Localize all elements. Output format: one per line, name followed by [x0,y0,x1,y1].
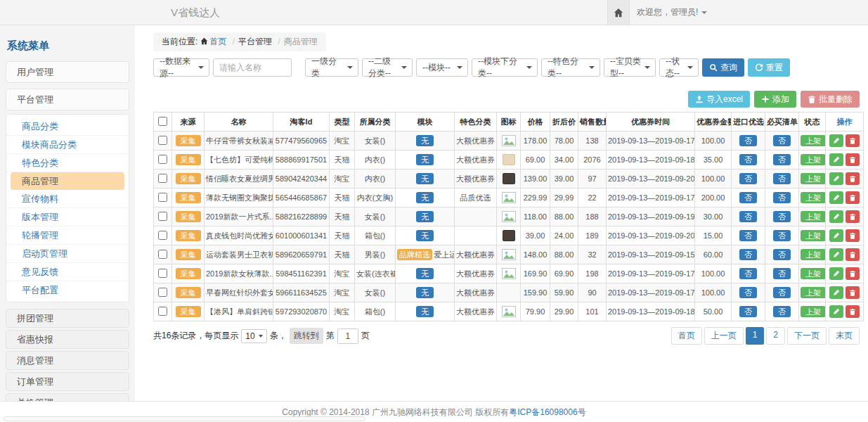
delete-button[interactable] [846,134,860,147]
page-2-button[interactable]: 2 [766,327,785,345]
must-buy-toggle[interactable]: 否 [773,306,791,317]
filter-category1-select[interactable]: 一级分类 [305,58,358,77]
must-buy-toggle[interactable]: 否 [773,230,791,241]
sidebar-item-exchange-mgmt[interactable]: 兑换管理 [6,393,129,401]
import-select-toggle[interactable]: 否 [739,211,757,222]
first-page-button[interactable]: 首页 [671,327,702,345]
edit-button[interactable] [829,229,843,242]
import-select-toggle[interactable]: 否 [739,135,757,146]
jump-button[interactable]: 跳转到 [290,328,323,344]
row-checkbox[interactable] [158,250,167,259]
icp-link[interactable]: 粤ICP备16098006号 [509,407,585,417]
name-search-input[interactable] [213,58,292,77]
must-buy-toggle[interactable]: 否 [773,287,791,298]
must-buy-toggle[interactable]: 否 [773,249,791,260]
search-button[interactable]: 查询 [702,58,744,77]
row-checkbox[interactable] [158,174,167,183]
status-badge[interactable]: 上架 [801,230,826,241]
edit-button[interactable] [829,248,843,261]
delete-button[interactable] [846,210,860,223]
sidebar-item-goods-category[interactable]: 商品分类 [6,117,129,136]
edit-button[interactable] [829,153,843,166]
status-badge[interactable]: 上架 [801,268,826,279]
page-number-input[interactable] [337,328,358,344]
last-page-button[interactable]: 末页 [829,327,860,345]
delete-button[interactable] [846,172,860,185]
filter-item-type-select[interactable]: --宝贝类型-- [604,58,656,77]
edit-button[interactable] [829,305,843,318]
status-badge[interactable]: 上架 [801,192,826,203]
edit-button[interactable] [829,267,843,280]
import-select-toggle[interactable]: 否 [739,173,757,184]
status-badge[interactable]: 上架 [801,154,826,165]
row-checkbox[interactable] [158,269,167,278]
sidebar-item-message-mgmt[interactable]: 消息管理 [6,351,129,370]
filter-category2-select[interactable]: --二级分类-- [362,58,413,77]
delete-button[interactable] [846,286,860,299]
sidebar-item-promo-material[interactable]: 宣传物料 [6,190,129,208]
import-select-toggle[interactable]: 否 [739,306,757,317]
edit-button[interactable] [829,134,843,147]
import-select-toggle[interactable]: 否 [739,192,757,203]
import-select-toggle[interactable]: 否 [739,268,757,279]
status-badge[interactable]: 上架 [801,249,826,260]
import-select-toggle[interactable]: 否 [739,287,757,298]
filter-status-select[interactable]: --状态-- [659,58,699,77]
row-checkbox[interactable] [158,212,167,221]
edit-button[interactable] [829,210,843,223]
sidebar-item-version-mgmt[interactable]: 版本管理 [6,208,129,226]
must-buy-toggle[interactable]: 否 [773,268,791,279]
page-1-button[interactable]: 1 [746,327,765,345]
batch-delete-button[interactable]: 批量删除 [801,91,860,108]
next-page-button[interactable]: 下一页 [787,327,827,345]
sidebar-item-platform-config[interactable]: 平台配置 [6,281,129,299]
import-select-toggle[interactable]: 否 [739,230,757,241]
breadcrumb-home-link[interactable]: 首页 [209,37,226,46]
import-excel-button[interactable]: 导入excel [688,91,750,108]
import-select-toggle[interactable]: 否 [739,154,757,165]
sidebar-item-feature-category[interactable]: 特色分类 [6,154,129,172]
sidebar-item-user-mgmt[interactable]: 用户管理 [6,61,129,83]
status-badge[interactable]: 上架 [801,135,826,146]
delete-button[interactable] [846,248,860,261]
delete-button[interactable] [846,191,860,204]
select-all-checkbox[interactable] [158,117,167,126]
user-menu[interactable]: 欢迎您，管理员! [637,0,707,25]
sidebar-item-goods-mgmt[interactable]: 商品管理 [11,172,124,190]
row-checkbox[interactable] [158,307,167,316]
row-checkbox[interactable] [158,231,167,240]
edit-button[interactable] [829,172,843,185]
sidebar-item-module-goods-category[interactable]: 模块商品分类 [6,136,129,154]
must-buy-toggle[interactable]: 否 [773,173,791,184]
sidebar-item-platform-mgmt[interactable]: 平台管理 [6,89,129,110]
must-buy-toggle[interactable]: 否 [773,154,791,165]
status-badge[interactable]: 上架 [801,211,826,222]
sidebar-item-splash-mgmt[interactable]: 启动页管理 [6,245,129,263]
sidebar-item-group-buy-mgmt[interactable]: 拼团管理 [6,309,129,328]
status-badge[interactable]: 上架 [801,287,826,298]
row-checkbox[interactable] [158,288,167,297]
filter-module-sub-select[interactable]: --模块下分类-- [472,58,538,77]
horizontal-scrollbar[interactable] [4,416,365,421]
sidebar-item-feedback[interactable]: 意见反馈 [6,263,129,281]
status-badge[interactable]: 上架 [801,306,826,317]
row-checkbox[interactable] [158,155,167,164]
edit-button[interactable] [829,286,843,299]
filter-module-select[interactable]: --模块-- [416,58,468,77]
filter-source-select[interactable]: --数据来源-- [153,58,209,77]
edit-button[interactable] [829,191,843,204]
prev-page-button[interactable]: 上一页 [704,327,744,345]
must-buy-toggle[interactable]: 否 [773,135,791,146]
add-button[interactable]: 添加 [754,91,796,108]
delete-button[interactable] [846,267,860,280]
row-checkbox[interactable] [158,136,167,145]
row-checkbox[interactable] [158,193,167,202]
delete-button[interactable] [846,229,860,242]
sidebar-item-order-mgmt[interactable]: 订单管理 [6,372,129,391]
per-page-select[interactable]: 10 [241,329,266,343]
sidebar-item-saving-express[interactable]: 省惠快报 [6,330,129,349]
delete-button[interactable] [846,153,860,166]
must-buy-toggle[interactable]: 否 [773,211,791,222]
home-button[interactable] [607,0,630,25]
status-badge[interactable]: 上架 [801,173,826,184]
